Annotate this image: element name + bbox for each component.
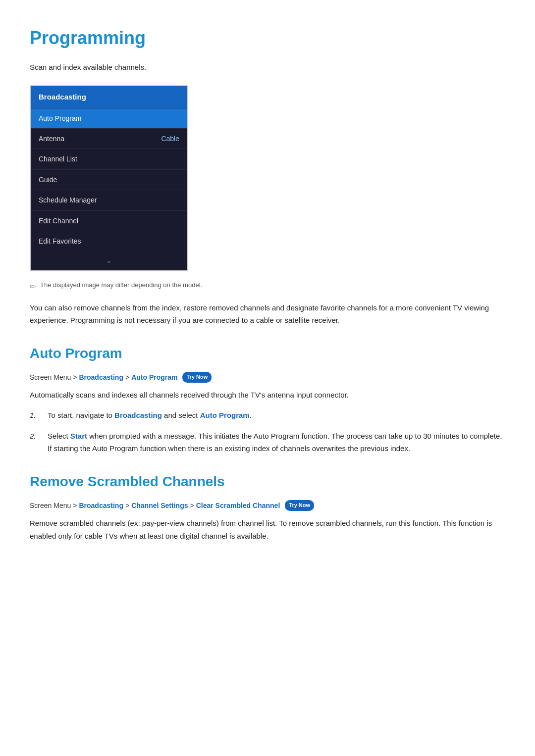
- note-row: ✏ The displayed image may differ dependi…: [30, 280, 505, 293]
- tv-menu-item: AntennaCable: [31, 128, 187, 149]
- breadcrumb-link-1-4: Channel Settings: [131, 500, 188, 511]
- tv-menu-item: Schedule Manager: [31, 190, 187, 210]
- step-content-auto-program-1: Select Start when prompted with a messag…: [48, 430, 505, 455]
- tv-menu-item-label: Guide: [39, 174, 57, 185]
- breadcrumb-link-1-6: Clear Scrambled Channel: [196, 500, 280, 511]
- step-num-auto-program-1: 2.: [30, 430, 40, 455]
- sections-container: Auto ProgramScreen Menu > Broadcasting >…: [30, 343, 505, 542]
- breadcrumb-remove-scrambled: Screen Menu > Broadcasting > Channel Set…: [30, 500, 505, 511]
- section-title-remove-scrambled: Remove Scrambled Channels: [30, 471, 505, 493]
- step-content-auto-program-0: To start, navigate to Broadcasting and s…: [48, 409, 505, 422]
- inline-link: Auto Program: [200, 411, 250, 419]
- breadcrumb-link-0-2: Broadcasting: [79, 372, 123, 383]
- tv-menu-item: Edit Channel: [31, 210, 187, 231]
- tv-menu-item: Guide: [31, 169, 187, 190]
- inline-link: Broadcasting: [114, 411, 162, 419]
- tv-menu-item-label: Edit Channel: [39, 215, 78, 226]
- step-item-auto-program-1: 2.Select Start when prompted with a mess…: [30, 430, 505, 455]
- section-desc-auto-program: Automatically scans and indexes all chan…: [30, 389, 505, 402]
- tv-menu-chevron: ⌄: [31, 251, 187, 270]
- breadcrumb-sep-0-1: >: [73, 372, 77, 383]
- inline-link: Start: [70, 432, 87, 440]
- breadcrumb-sep-1-1: >: [73, 500, 77, 511]
- breadcrumb-sep-0-3: >: [125, 372, 129, 383]
- breadcrumb-plain-1-0: Screen Menu: [30, 500, 71, 511]
- intro-text: Scan and index available channels.: [30, 61, 505, 73]
- section-title-auto-program: Auto Program: [30, 343, 505, 365]
- tv-menu-item: Auto Program: [31, 108, 187, 128]
- tv-menu-item-label: Schedule Manager: [39, 195, 97, 205]
- step-item-auto-program-0: 1.To start, navigate to Broadcasting and…: [30, 409, 505, 422]
- body-text: You can also remove channels from the in…: [30, 302, 505, 327]
- tv-menu-item-label: Channel List: [39, 153, 77, 164]
- tv-menu-item-label: Edit Favorites: [39, 236, 81, 247]
- tv-menu-items: Auto ProgramAntennaCableChannel ListGuid…: [31, 108, 187, 252]
- note-text: The displayed image may differ depending…: [40, 280, 202, 291]
- tv-menu-item-label: Antenna: [39, 133, 64, 144]
- breadcrumb-plain-0-0: Screen Menu: [30, 372, 71, 383]
- page-title: Programming: [30, 24, 505, 52]
- tv-menu-header: Broadcasting: [31, 86, 187, 108]
- tv-menu-item: Channel List: [31, 149, 187, 169]
- section-desc-remove-scrambled: Remove scrambled channels (ex: pay-per-v…: [30, 517, 505, 542]
- tv-menu-item-label: Auto Program: [39, 113, 81, 124]
- steps-list-auto-program: 1.To start, navigate to Broadcasting and…: [30, 409, 505, 455]
- pencil-icon: ✏: [30, 281, 36, 293]
- tv-menu: Broadcasting Auto ProgramAntennaCableCha…: [30, 85, 188, 271]
- tv-menu-item: Edit Favorites: [31, 231, 187, 251]
- step-num-auto-program-0: 1.: [30, 409, 40, 422]
- try-now-badge-auto-program[interactable]: Try Now: [182, 372, 212, 383]
- breadcrumb-auto-program: Screen Menu > Broadcasting > Auto Progra…: [30, 372, 505, 383]
- breadcrumb-link-1-2: Broadcasting: [79, 500, 123, 511]
- breadcrumb-sep-1-3: >: [125, 500, 129, 511]
- breadcrumb-sep-1-5: >: [190, 500, 194, 511]
- tv-menu-item-value: Cable: [161, 133, 179, 144]
- try-now-badge-remove-scrambled[interactable]: Try Now: [285, 500, 314, 511]
- breadcrumb-link-0-4: Auto Program: [131, 372, 177, 383]
